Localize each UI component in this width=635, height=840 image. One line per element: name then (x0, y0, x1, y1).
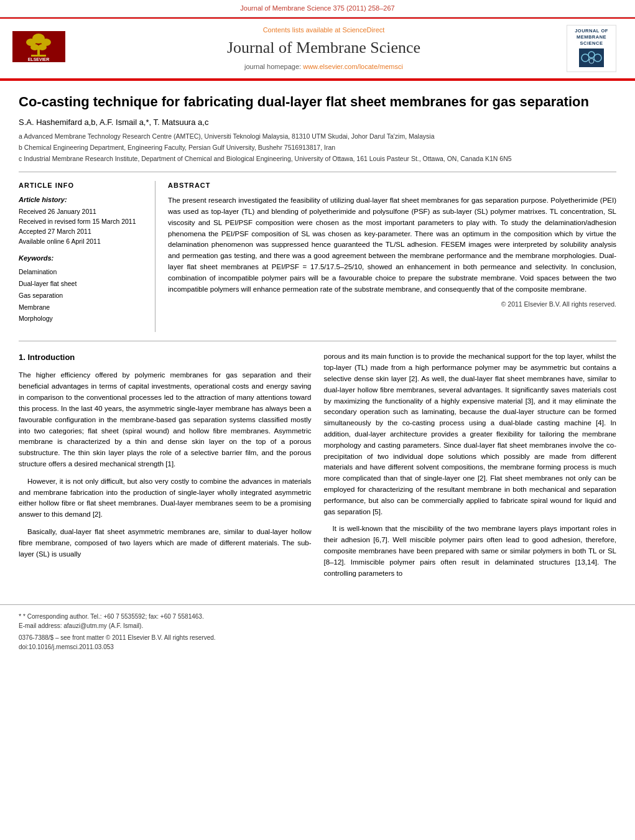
homepage-link: journal homepage: www.elsevier.com/locat… (81, 62, 567, 72)
history-label: Article history: (19, 195, 146, 205)
elsevier-logo: ELSEVIER (12, 31, 65, 65)
footnote-corresponding-text: * Corresponding author. Tel.: +60 7 5535… (23, 613, 204, 620)
body-right-col: porous and its main function is to provi… (324, 351, 617, 585)
elsevier-logo-container: ELSEVIER (12, 31, 81, 65)
footer-footnote: * * Corresponding author. Tel.: +60 7 55… (19, 611, 616, 652)
accepted-date: Accepted 27 March 2011 (19, 227, 146, 237)
header-section: ELSEVIER Contents lists available at Sci… (0, 19, 635, 79)
footnote-corresponding: * * Corresponding author. Tel.: +60 7 55… (19, 611, 616, 622)
article-history: Article history: Received 26 January 201… (19, 195, 146, 246)
main-content: Co-casting technique for fabricating dua… (0, 81, 635, 598)
affiliation-c: c Industrial Membrane Research Institute… (19, 154, 616, 164)
keyword-1: Delamination (19, 266, 146, 278)
keyword-2: Dual-layer flat sheet (19, 278, 146, 290)
right-para-2: It is well-known that the miscibility of… (324, 524, 617, 579)
intro-para-3: Basically, dual-layer flat sheet asymmet… (19, 527, 312, 560)
journal-logo-right: journal ofMEMBRANESCIENCE (567, 25, 623, 72)
affiliations: a Advanced Membrane Technology Research … (19, 132, 616, 164)
keywords-label: Keywords: (19, 254, 146, 263)
abstract-text: The present research investigated the fe… (168, 195, 616, 295)
abstract-section: ABSTRACT The present research investigat… (168, 181, 616, 333)
footer-doi: doi:10.1016/j.memsci.2011.03.053 (19, 642, 616, 652)
copyright: © 2011 Elsevier B.V. All rights reserved… (168, 300, 616, 309)
page-wrapper: Journal of Membrane Science 375 (2011) 2… (0, 0, 635, 840)
article-info-heading: ARTICLE INFO (19, 181, 146, 190)
article-body: ARTICLE INFO Article history: Received 2… (19, 172, 616, 333)
journal-title: Journal of Membrane Science (81, 37, 567, 59)
page-footer: * * Corresponding author. Tel.: +60 7 55… (0, 604, 635, 658)
right-para-1: porous and its main function is to provi… (324, 351, 617, 517)
homepage-url[interactable]: www.elsevier.com/locate/memsci (303, 63, 403, 70)
article-info-panel: ARTICLE INFO Article history: Received 2… (19, 181, 155, 333)
two-column-body: 1. Introduction The higher efficiency of… (19, 351, 616, 585)
keyword-3: Gas separation (19, 290, 146, 302)
header-center: Contents lists available at ScienceDirec… (81, 25, 567, 72)
journal-top-bar: Journal of Membrane Science 375 (2011) 2… (0, 0, 635, 17)
body-left-col: 1. Introduction The higher efficiency of… (19, 351, 312, 585)
star-icon: * (19, 612, 21, 620)
keyword-4: Membrane (19, 302, 146, 313)
elsevier-tree-icon: ELSEVIER (12, 31, 65, 62)
keywords-section: Keywords: Delamination Dual-layer flat s… (19, 254, 146, 325)
affiliation-b: b Chemical Engineering Department, Engin… (19, 143, 616, 153)
sciencedirect-line: Contents lists available at ScienceDirec… (81, 25, 567, 35)
svg-text:ELSEVIER: ELSEVIER (28, 57, 50, 62)
abstract-heading: ABSTRACT (168, 181, 616, 190)
journal-logo-title: journal ofMEMBRANESCIENCE (575, 28, 608, 46)
journal-membrane-logo: journal ofMEMBRANESCIENCE (567, 25, 616, 72)
sciencedirect-link-text[interactable]: ScienceDirect (342, 26, 384, 34)
introduction-heading: 1. Introduction (19, 351, 312, 364)
affiliation-a: a Advanced Membrane Technology Research … (19, 132, 616, 142)
authors-line: S.A. Hashemifard a,b, A.F. Ismail a,*, T… (19, 117, 616, 128)
footer-issn: 0376-7388/$ – see front matter © 2011 El… (19, 633, 616, 642)
received-date: Received 26 January 2011 (19, 207, 146, 217)
available-online-date: Available online 6 April 2011 (19, 237, 146, 247)
footnote-email: E-mail address: afauzi@utm.my (A.F. Isma… (19, 621, 616, 630)
authors-text: S.A. Hashemifard a,b, A.F. Ismail a,*, T… (19, 118, 208, 127)
journal-citation: Journal of Membrane Science 375 (2011) 2… (240, 4, 394, 12)
body-separator (19, 341, 616, 341)
received-revised-date: Received in revised form 15 March 2011 (19, 217, 146, 227)
intro-para-2: However, it is not only difficult, but a… (19, 476, 312, 520)
keywords-list: Delamination Dual-layer flat sheet Gas s… (19, 266, 146, 325)
keyword-5: Morphology (19, 313, 146, 325)
svg-rect-7 (31, 55, 46, 57)
article-title: Co-casting technique for fabricating dua… (19, 93, 616, 111)
journal-logo-icon (579, 48, 604, 67)
intro-para-1: The higher efficiency offered by polymer… (19, 370, 312, 469)
